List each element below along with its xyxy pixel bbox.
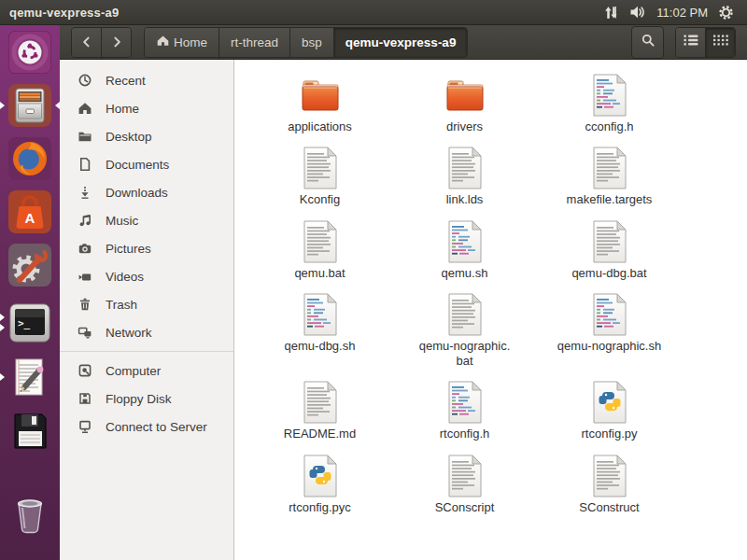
launcher-item-terminal[interactable] — [0, 301, 60, 344]
sidebar-item-pictures[interactable]: Pictures — [60, 234, 233, 262]
sidebar-item-documents[interactable]: Documents — [60, 150, 233, 178]
nav-buttons — [71, 27, 132, 58]
launcher-item-files[interactable] — [0, 84, 60, 127]
launcher-item-dash[interactable] — [0, 31, 60, 74]
launcher-item-firefox[interactable] — [0, 137, 60, 180]
file-item-qemu-nographic-sh[interactable]: qemu-nographic.sh — [537, 292, 682, 370]
indicator-tray: 11:02 PM — [603, 5, 747, 21]
launcher-item-settings[interactable] — [0, 244, 60, 287]
text-file-icon — [587, 219, 632, 264]
sidebar-item-network[interactable]: Network — [60, 318, 233, 346]
sidebar-item-computer[interactable]: Computer — [60, 357, 233, 385]
toolbar: Home rt-thread bsp qemu-vexpress-a9 — [60, 25, 747, 60]
floppy-disk-icon — [8, 410, 51, 453]
file-item-rtconfig-pyc[interactable]: rtconfig.pyc — [247, 454, 392, 515]
breadcrumb-rt-thread[interactable]: rt-thread — [218, 28, 289, 57]
file-item-link-lds[interactable]: link.lds — [392, 146, 537, 207]
file-item-cconfig-h[interactable]: cconfig.h — [537, 73, 682, 134]
sidebar-separator — [60, 351, 233, 352]
breadcrumb-current[interactable]: qemu-vexpress-a9 — [333, 28, 468, 57]
running-pip — [0, 373, 5, 381]
text-file-icon — [587, 454, 632, 498]
places-sidebar: Recent Home Desktop Documents Downloads … — [60, 60, 234, 560]
breadcrumb-bsp[interactable]: bsp — [289, 28, 333, 57]
top-panel: qemu-vexpress-a9 11:02 PM — [0, 0, 747, 25]
code-file-icon — [443, 219, 487, 264]
file-view: applications drivers cconfig.h Kconfig l… — [234, 60, 747, 560]
forward-button[interactable] — [101, 28, 131, 57]
session-gear-icon[interactable] — [718, 5, 734, 21]
file-manager-icon — [8, 84, 51, 127]
clock[interactable]: 11:02 PM — [656, 6, 708, 20]
text-file-icon — [298, 146, 343, 190]
running-pip — [0, 314, 5, 321]
software-center-icon — [8, 190, 51, 233]
terminal-icon — [8, 301, 51, 344]
desktop: qemu-vexpress-a9 11:02 PM — [0, 0, 747, 560]
launcher-item-software-center[interactable] — [0, 190, 60, 233]
search-button[interactable] — [631, 26, 664, 59]
code-file-icon — [587, 73, 632, 118]
view-toggle — [675, 27, 736, 58]
search-icon — [641, 33, 655, 51]
file-item-sconstruct[interactable]: SConstruct — [537, 454, 682, 515]
breadcrumb: Home rt-thread bsp qemu-vexpress-a9 — [144, 27, 468, 58]
code-file-icon — [587, 292, 632, 337]
file-item-applications[interactable]: applications — [247, 73, 392, 134]
system-settings-icon — [8, 244, 51, 287]
text-file-icon — [443, 454, 487, 498]
python-file-icon — [587, 380, 632, 425]
sidebar-item-floppy-disk[interactable]: Floppy Disk — [60, 385, 233, 413]
text-file-icon — [298, 380, 343, 425]
file-item-qemu-nographic-bat[interactable]: qemu-nographic. bat — [392, 292, 537, 370]
home-icon — [156, 34, 170, 50]
recent-clock-icon-label: Recent — [106, 74, 146, 88]
icon-view-button[interactable] — [705, 28, 735, 57]
text-editor-icon — [8, 356, 51, 399]
list-view-button[interactable] — [676, 28, 705, 57]
file-item-drivers[interactable]: drivers — [392, 73, 537, 134]
launcher-item-text-editor[interactable] — [0, 356, 60, 399]
running-pip — [0, 102, 5, 109]
file-item-makefile-targets[interactable]: makefile.targets — [537, 146, 682, 207]
text-file-icon — [443, 146, 487, 190]
unity-launcher — [0, 25, 60, 560]
trash-icon — [8, 493, 51, 536]
ubuntu-dash-icon — [8, 31, 51, 74]
sidebar-item-connect-to-server[interactable]: Connect to Server — [60, 413, 233, 441]
sidebar-item-trash[interactable]: Trash — [60, 290, 233, 318]
launcher-item-trash[interactable] — [0, 493, 60, 536]
text-file-icon — [587, 146, 632, 190]
text-file-icon — [298, 219, 343, 264]
file-item-qemu-dbg-bat[interactable]: qemu-dbg.bat — [537, 219, 682, 281]
code-file-icon — [298, 292, 343, 337]
code-file-icon — [443, 380, 487, 425]
firefox-icon — [8, 137, 51, 180]
launcher-item-floppy[interactable] — [0, 410, 60, 453]
window-title: qemu-vexpress-a9 — [0, 6, 119, 20]
file-item-sconscript[interactable]: SConscript — [392, 454, 537, 515]
list-view-icon — [683, 34, 699, 50]
sidebar-item-recent[interactable]: Recent — [60, 66, 233, 94]
file-item-kconfig[interactable]: Kconfig — [247, 146, 392, 207]
sidebar-item-videos[interactable]: Videos — [60, 262, 233, 290]
sidebar-item-desktop[interactable]: Desktop — [60, 122, 233, 150]
folder-icon — [298, 73, 343, 118]
file-item-rtconfig-h[interactable]: rtconfig.h — [392, 380, 537, 441]
breadcrumb-home[interactable]: Home — [145, 28, 218, 57]
python-file-icon — [298, 454, 343, 498]
volume-icon[interactable] — [629, 5, 646, 20]
sidebar-item-music[interactable]: Music — [60, 206, 233, 234]
file-item-qemu-sh[interactable]: qemu.sh — [392, 219, 537, 281]
file-manager-window: Home rt-thread bsp qemu-vexpress-a9 Rece… — [60, 25, 747, 560]
file-item-qemu-bat[interactable]: qemu.bat — [247, 219, 392, 281]
back-button[interactable] — [72, 28, 101, 57]
sidebar-item-downloads[interactable]: Downloads — [60, 178, 233, 206]
network-updown-icon[interactable] — [603, 5, 619, 21]
sidebar-item-home[interactable]: Home — [60, 94, 233, 122]
grid-view-icon — [712, 34, 729, 50]
file-item-readme-md[interactable]: README.md — [247, 380, 392, 441]
file-item-qemu-dbg-sh[interactable]: qemu-dbg.sh — [247, 292, 392, 370]
folder-icon — [443, 73, 487, 118]
file-item-rtconfig-py[interactable]: rtconfig.py — [537, 380, 682, 441]
